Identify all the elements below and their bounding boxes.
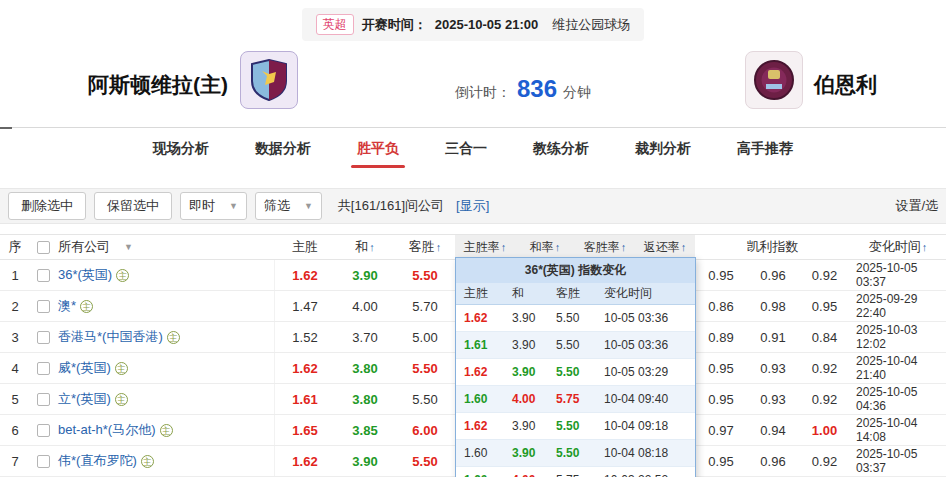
- popup-odds-away: 5.75: [556, 473, 604, 477]
- company-cell: 伟*(直布罗陀)主: [56, 446, 275, 476]
- header-away-rate[interactable]: 客胜率↑: [575, 235, 635, 259]
- company-link[interactable]: 威*(英国): [58, 359, 111, 377]
- kelly-home: 0.89: [695, 322, 747, 352]
- odds-draw[interactable]: 3.90: [335, 260, 395, 290]
- popup-odds-draw: 4.00: [512, 392, 556, 406]
- popup-title: 36*(英国) 指数变化: [456, 258, 695, 283]
- burnley-crest-icon: [753, 59, 795, 101]
- popup-odds-home: 1.62: [464, 365, 512, 379]
- odds-home[interactable]: 1.62: [275, 353, 335, 383]
- row-checkbox-cell: [30, 322, 56, 352]
- popup-odds-home: 1.61: [464, 338, 512, 352]
- league-badge[interactable]: 英超: [316, 14, 354, 35]
- popup-odds-draw: 3.90: [512, 338, 556, 352]
- popup-row: 1.62 3.90 5.50 10-05 03:29: [456, 359, 695, 386]
- home-odds-badge-icon: 主: [160, 424, 173, 437]
- odds-draw[interactable]: 3.80: [335, 353, 395, 383]
- odds-home[interactable]: 1.62: [275, 446, 335, 476]
- odds-draw[interactable]: 3.90: [335, 446, 395, 476]
- popup-odds-away: 5.50: [556, 446, 604, 460]
- countdown-label: 倒计时：: [455, 84, 511, 102]
- company-link[interactable]: 澳*: [58, 297, 76, 315]
- row-checkbox[interactable]: [37, 331, 50, 344]
- header-home-win[interactable]: 主胜: [275, 235, 335, 259]
- kelly-home: 0.95: [695, 446, 747, 476]
- tab-data-analysis[interactable]: 数据分析: [255, 140, 311, 158]
- row-checkbox[interactable]: [37, 424, 50, 437]
- aston-villa-crest-icon: [249, 59, 289, 101]
- odds-draw[interactable]: 3.70: [335, 322, 395, 352]
- kelly-away: 0.92: [799, 384, 850, 414]
- kelly-home: 0.95: [695, 260, 747, 290]
- popup-odds-draw: 3.90: [512, 365, 556, 379]
- kelly-away: 0.95: [799, 291, 850, 321]
- delete-selected-button[interactable]: 删除选中: [8, 192, 86, 220]
- popup-odds-draw: 3.90: [512, 419, 556, 433]
- odds-away[interactable]: 5.00: [395, 322, 455, 352]
- company-link[interactable]: 伟*(直布罗陀): [58, 452, 137, 470]
- popup-odds-away: 5.75: [556, 392, 604, 406]
- company-link[interactable]: bet-at-h*(马尔他): [58, 421, 156, 439]
- company-link[interactable]: 36*(英国): [58, 266, 112, 284]
- show-link[interactable]: [显示]: [456, 197, 489, 215]
- odds-home[interactable]: 1.47: [275, 291, 335, 321]
- row-checkbox[interactable]: [37, 455, 50, 468]
- filter-select[interactable]: 筛选 ▼: [255, 192, 322, 220]
- header-change-time[interactable]: 变化时间↑: [850, 235, 946, 259]
- odds-draw[interactable]: 3.80: [335, 384, 395, 414]
- row-checkbox[interactable]: [37, 300, 50, 313]
- table-toolbar: 删除选中 保留选中 即时 ▼ 筛选 ▼ 共[161/161]间公司 [显示] 设…: [0, 188, 946, 224]
- time-mode-select[interactable]: 即时 ▼: [180, 192, 247, 220]
- header-away-rate-label: 客胜率: [584, 239, 620, 256]
- home-odds-badge-icon: 主: [167, 331, 180, 344]
- odds-draw[interactable]: 3.85: [335, 415, 395, 445]
- odds-home[interactable]: 1.65: [275, 415, 335, 445]
- odds-away[interactable]: 5.50: [395, 260, 455, 290]
- header-payout-rate[interactable]: 返还率↑: [635, 235, 695, 259]
- popup-change-time: 10-04 09:40: [604, 392, 695, 406]
- header-away-win[interactable]: 客胜↑: [395, 235, 455, 259]
- tab-live-analysis[interactable]: 现场分析: [153, 140, 209, 158]
- header-change-time-label: 变化时间: [869, 238, 921, 256]
- odds-away[interactable]: 5.50: [395, 384, 455, 414]
- sort-asc-icon: ↑: [922, 241, 928, 253]
- header-draw-rate[interactable]: 和率↑: [515, 235, 575, 259]
- row-checkbox[interactable]: [37, 362, 50, 375]
- row-checkbox[interactable]: [37, 393, 50, 406]
- company-link[interactable]: 香港马*(中国香港): [58, 328, 163, 346]
- odds-home[interactable]: 1.52: [275, 322, 335, 352]
- tab-referee-analysis[interactable]: 裁判分析: [635, 140, 691, 158]
- row-checkbox-cell: [30, 291, 56, 321]
- row-checkbox[interactable]: [37, 269, 50, 282]
- tab-coach-analysis[interactable]: 教练分析: [533, 140, 589, 158]
- row-checkbox-cell: [30, 353, 56, 383]
- odds-away[interactable]: 5.70: [395, 291, 455, 321]
- tab-win-draw-lose[interactable]: 胜平负: [357, 140, 399, 158]
- odds-home[interactable]: 1.61: [275, 384, 335, 414]
- header-draw[interactable]: 和↑: [335, 235, 395, 259]
- popup-odds-draw: 3.90: [512, 446, 556, 460]
- header-home-label: 主胜: [292, 238, 318, 256]
- keep-selected-button[interactable]: 保留选中: [94, 192, 172, 220]
- header-kelly: 凯利指数: [695, 235, 850, 259]
- popup-header-away: 客胜: [556, 285, 604, 302]
- odds-away[interactable]: 5.50: [395, 353, 455, 383]
- odds-home[interactable]: 1.62: [275, 260, 335, 290]
- row-checkbox-cell: [30, 260, 56, 290]
- company-cell: 香港马*(中国香港)主: [56, 322, 275, 352]
- popup-row: 1.62 3.90 5.50 10-04 09:18: [456, 413, 695, 440]
- change-time: 2025-10-03 12:02: [850, 322, 946, 352]
- tab-expert-picks[interactable]: 高手推荐: [737, 140, 793, 158]
- company-link[interactable]: 立*(英国): [58, 390, 111, 408]
- odds-history-popup: 36*(英国) 指数变化 主胜 和 客胜 变化时间 1.62 3.90 5.50…: [455, 257, 696, 477]
- settings-link[interactable]: 设置/选: [895, 197, 938, 215]
- odds-away[interactable]: 6.00: [395, 415, 455, 445]
- select-all-checkbox[interactable]: [37, 241, 50, 254]
- odds-away[interactable]: 5.50: [395, 446, 455, 476]
- tab-three-in-one[interactable]: 三合一: [445, 140, 487, 158]
- odds-draw[interactable]: 4.00: [335, 291, 395, 321]
- home-odds-badge-icon: 主: [141, 455, 154, 468]
- header-company[interactable]: 所有公司 ▼: [56, 235, 275, 259]
- popup-odds-away: 5.50: [556, 311, 604, 325]
- header-home-rate[interactable]: 主胜率↑: [455, 235, 515, 259]
